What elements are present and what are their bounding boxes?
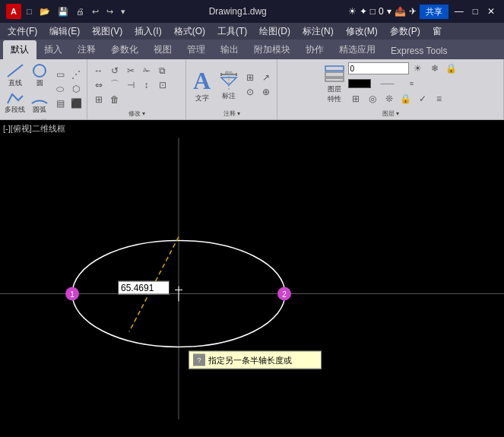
btn-layer-states[interactable]: ≡ xyxy=(432,92,447,106)
tool-rect[interactable]: ▭ xyxy=(52,68,68,81)
draw-tools: 直线 多段线 圆 圆弧 ▭ xyxy=(3,62,84,116)
maximize-btn[interactable]: □ xyxy=(470,6,481,17)
btn-make-current[interactable]: ✓ xyxy=(415,92,430,106)
menu-params[interactable]: 参数(P) xyxy=(384,24,426,40)
menu-modify[interactable]: 修改(M) xyxy=(340,24,384,40)
tool-scale[interactable]: ⊡ xyxy=(155,78,170,92)
qat-more[interactable]: ▾ xyxy=(119,6,128,17)
qat-new[interactable]: □ xyxy=(24,6,34,17)
btn-match-layer[interactable]: ⊞ xyxy=(348,92,363,106)
layer-visibility[interactable]: ☀ xyxy=(410,62,426,75)
tool-fillet[interactable]: ⌒ xyxy=(107,78,122,92)
tab-manage[interactable]: 管理 xyxy=(179,40,213,59)
minimize-btn[interactable]: — xyxy=(452,6,467,17)
btn-layer-isolate[interactable]: ◎ xyxy=(365,92,380,106)
title-export-icon: 📤 xyxy=(395,6,406,17)
menu-draw[interactable]: 绘图(D) xyxy=(253,24,296,40)
title-share-icon: ✈ xyxy=(409,6,417,17)
btn-layer-lock2[interactable]: 🔒 xyxy=(398,92,414,106)
group-annotate: A 文字 dim 标注 ⊞ ↗ xyxy=(186,59,277,119)
tool-trim[interactable]: ✂ xyxy=(123,64,138,78)
tool-line[interactable]: 直线 xyxy=(4,62,27,90)
tool-array[interactable]: ⊞ xyxy=(91,93,106,106)
tab-output[interactable]: 输出 xyxy=(213,40,246,59)
tool-arc[interactable]: 圆弧 xyxy=(28,91,51,116)
tool-scissors[interactable]: ✁ xyxy=(139,64,154,78)
tool-dim-label: 标注 xyxy=(222,91,236,101)
tab-featured[interactable]: 精选应用 xyxy=(331,40,383,59)
svg-rect-13 xyxy=(0,138,504,420)
title-bar-right: ☀ ✦ □ 0 ▾ 📤 ✈ 共享 — □ ✕ xyxy=(348,5,498,19)
title-dropdown[interactable]: ▾ xyxy=(387,6,391,17)
qat-redo[interactable]: ↪ xyxy=(104,6,116,17)
tab-insert[interactable]: 插入 xyxy=(36,40,70,59)
qat-print[interactable]: 🖨 xyxy=(74,6,87,17)
tool-gradient[interactable]: ▤ xyxy=(52,97,68,110)
tool-ellipse[interactable]: ⬭ xyxy=(52,82,68,96)
tool-dimension[interactable]: dim 标注 xyxy=(217,67,241,103)
tool-table[interactable]: ⊞ xyxy=(242,71,258,84)
ribbon-tabs: 默认 插入 注释 参数化 视图 管理 输出 附加模块 协作 精选应用 Expre… xyxy=(0,40,504,59)
btn-layer-freeze2[interactable]: ❊ xyxy=(382,92,397,106)
tab-addons[interactable]: 附加模块 xyxy=(246,40,298,59)
tool-move[interactable]: ↔ xyxy=(91,64,106,78)
layer-panel-label: 图层特性 xyxy=(328,84,341,104)
share-button[interactable]: 共享 xyxy=(420,5,449,19)
svg-text:dim: dim xyxy=(225,70,233,74)
tool-mirror[interactable]: ⇔ xyxy=(91,78,106,92)
layer-freeze[interactable]: ❄ xyxy=(427,62,442,75)
tab-parametric[interactable]: 参数化 xyxy=(103,40,146,59)
tool-polyline[interactable]: 多段线 xyxy=(3,91,27,116)
tool-stretch[interactable]: ↕ xyxy=(139,78,154,92)
layer-lock[interactable]: 🔒 xyxy=(444,62,459,75)
tool-copy[interactable]: ⧉ xyxy=(155,64,170,78)
tool-layer-panel[interactable]: 图层特性 xyxy=(322,62,347,106)
tool-polyline-label: 多段线 xyxy=(5,105,25,115)
tool-mark[interactable]: ⊙ xyxy=(242,85,258,99)
menu-dimension[interactable]: 标注(N) xyxy=(296,24,340,40)
title-box-icon: □ xyxy=(370,6,376,17)
layer-name-dropdown[interactable]: 0 xyxy=(348,62,409,74)
app-logo: A xyxy=(6,4,21,19)
menu-file[interactable]: 文件(F) xyxy=(2,24,43,40)
title-sun-icon: ☀ xyxy=(348,6,357,17)
tool-boundary[interactable]: ⬛ xyxy=(68,97,84,110)
tab-express-tools[interactable]: Express Tools xyxy=(383,43,455,59)
close-btn[interactable]: ✕ xyxy=(484,6,498,17)
menu-view[interactable]: 视图(V) xyxy=(86,24,128,40)
tool-circle[interactable]: 圆 xyxy=(28,62,51,90)
tab-default[interactable]: 默认 xyxy=(3,40,36,59)
annotate-tools: A 文字 dim 标注 ⊞ ↗ xyxy=(189,62,274,108)
drawing-area[interactable]: [-][俯视]二维线框 65.4691 1 2 ? 指定 xyxy=(0,120,504,437)
svg-rect-12 xyxy=(325,78,344,81)
value-input[interactable]: 65.4691 xyxy=(118,281,170,295)
tab-annotate[interactable]: 注释 xyxy=(70,40,103,59)
tab-view[interactable]: 视图 xyxy=(146,40,179,59)
tool-text[interactable]: A 文字 xyxy=(189,65,215,105)
layer-linetype[interactable]: —— xyxy=(372,77,403,90)
qat-save[interactable]: 💾 xyxy=(55,6,71,17)
canvas-svg[interactable]: 65.4691 1 2 ? 指定另一条半轴长度或 xyxy=(0,120,504,437)
tool-centerline[interactable]: ⊕ xyxy=(258,85,274,99)
tool-region[interactable]: ⬡ xyxy=(68,82,84,96)
tool-erase[interactable]: 🗑 xyxy=(107,93,122,106)
qat-open[interactable]: 📂 xyxy=(37,6,52,17)
menu-edit[interactable]: 编辑(E) xyxy=(43,24,86,40)
tool-leader[interactable]: ↗ xyxy=(258,71,274,84)
qat-undo[interactable]: ↩ xyxy=(90,6,101,17)
tool-line-label: 直线 xyxy=(8,78,22,88)
menu-format[interactable]: 格式(O) xyxy=(168,24,211,40)
group-draw: 直线 多段线 圆 圆弧 ▭ xyxy=(0,59,87,119)
svg-point-2 xyxy=(33,65,46,77)
tool-extend[interactable]: ⊣ xyxy=(123,78,138,92)
svg-rect-10 xyxy=(325,66,344,71)
color-swatch[interactable] xyxy=(348,79,371,88)
menu-window[interactable]: 窗 xyxy=(426,24,448,40)
layer-lineweight[interactable]: ≡ xyxy=(404,77,420,90)
menu-tools[interactable]: 工具(T) xyxy=(211,24,253,40)
menu-insert[interactable]: 插入(I) xyxy=(128,24,167,40)
tool-hatch[interactable]: ⋰ xyxy=(68,68,84,81)
tab-collab[interactable]: 协作 xyxy=(298,40,331,59)
tool-rotate[interactable]: ↺ xyxy=(107,64,122,78)
group-layers-arrow: ▾ xyxy=(396,110,399,117)
